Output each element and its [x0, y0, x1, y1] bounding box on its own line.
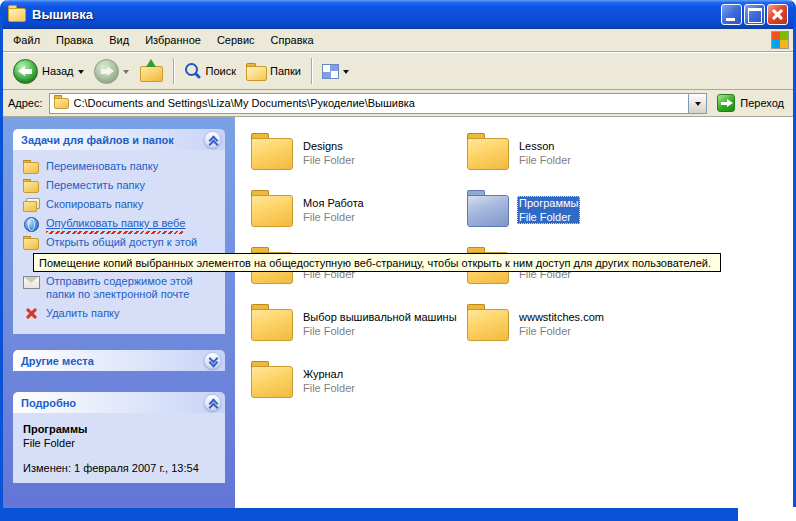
tasks-panel-header[interactable]: Задачи для файлов и папок [13, 129, 225, 150]
forward-button[interactable] [89, 56, 134, 87]
file-list-area: Designs File Folder Lesson File Folder М… [235, 117, 793, 508]
file-text: Выбор вышивальной машины File Folder [301, 310, 459, 338]
details-name: Программы [23, 423, 221, 435]
menu-item-favorites[interactable]: Избранное [137, 31, 209, 49]
details-panel-title: Подробно [21, 397, 76, 409]
file-type: File Folder [517, 210, 580, 224]
window-content: Задачи для файлов и папок Переименовать … [3, 117, 793, 508]
toolbar-separator [173, 58, 174, 84]
file-list: Designs File Folder Lesson File Folder М… [251, 133, 683, 418]
file-type: File Folder [517, 324, 606, 338]
go-label: Переход [740, 97, 784, 109]
views-button[interactable] [317, 61, 354, 82]
explorer-window: Вышивка Файл Правка Вид Избранное Сервис… [0, 0, 796, 521]
search-button[interactable]: Поиск [179, 59, 241, 83]
file-type: File Folder [301, 153, 357, 167]
search-label: Поиск [206, 65, 236, 77]
task-email-folder[interactable]: Отправить содержимое этой папки по элект… [23, 275, 221, 301]
file-name: Программы [517, 196, 580, 210]
file-text: Программы File Folder [517, 196, 580, 224]
title-bar[interactable]: Вышивка [3, 0, 793, 29]
task-rename-folder[interactable]: Переименовать папку [23, 160, 221, 173]
back-button[interactable]: Назад [8, 56, 89, 87]
menu-item-tools[interactable]: Сервис [209, 31, 263, 49]
task-label: Опубликовать папку в вебе [46, 217, 185, 230]
forward-arrow-icon [94, 59, 119, 84]
menu-item-file[interactable]: Файл [5, 31, 48, 49]
file-item[interactable]: Lesson File Folder [467, 133, 683, 190]
task-move-folder[interactable]: Переместить папку [23, 179, 221, 192]
task-label: Переместить папку [46, 179, 145, 192]
details-panel-body: Программы File Folder Изменен: 1 февраля… [13, 413, 225, 483]
task-publish-folder[interactable]: Опубликовать папку в вебе [23, 217, 221, 230]
forward-dropdown-icon[interactable] [123, 70, 129, 77]
chevron-up-icon[interactable] [204, 131, 221, 148]
task-copy-folder[interactable]: Скопировать папку [23, 198, 221, 211]
file-name: Designs [301, 139, 357, 153]
details-type: File Folder [23, 437, 221, 449]
publish-web-icon [23, 217, 39, 230]
search-icon [184, 62, 202, 80]
menu-item-help[interactable]: Справка [263, 31, 322, 49]
file-item[interactable]: Моя Работа File Folder [251, 190, 467, 247]
file-type: File Folder [301, 381, 357, 395]
file-item[interactable]: Designs File Folder [251, 133, 467, 190]
file-item[interactable]: wwwstitches.com File Folder [467, 304, 683, 361]
up-folder-icon [139, 60, 163, 82]
menu-item-edit[interactable]: Правка [48, 31, 101, 49]
windows-logo-icon [771, 31, 789, 49]
task-label: Удалить папку [46, 307, 120, 320]
folders-icon [246, 63, 266, 79]
minimize-button[interactable] [721, 4, 742, 25]
move-folder-icon [23, 179, 39, 192]
other-places-panel: Другие места [13, 350, 225, 371]
other-places-panel-header[interactable]: Другие места [13, 350, 225, 371]
file-type: File Folder [517, 153, 573, 167]
chevron-up-icon[interactable] [204, 394, 221, 411]
task-share-folder[interactable]: Открыть общий доступ к этой [23, 236, 221, 249]
chevron-down-icon[interactable] [204, 352, 221, 369]
back-label: Назад [42, 65, 74, 77]
file-name: wwwstitches.com [517, 310, 606, 324]
details-panel: Подробно Программы File Folder Изменен: … [13, 392, 225, 483]
address-label: Адрес: [8, 97, 43, 109]
task-delete-folder[interactable]: Удалить папку [23, 307, 221, 320]
task-label: Скопировать папку [46, 198, 143, 211]
file-name: Журнал [301, 367, 357, 381]
folder-icon [467, 195, 509, 227]
up-button[interactable] [134, 57, 168, 85]
task-pane: Задачи для файлов и папок Переименовать … [3, 117, 235, 508]
file-name: Моя Работа [301, 196, 366, 210]
address-input[interactable]: C:\Documents and Settings\Liza\My Docume… [49, 93, 708, 114]
share-folder-icon [23, 236, 39, 249]
email-icon [23, 275, 39, 288]
task-label: Переименовать папку [46, 160, 158, 173]
details-panel-header[interactable]: Подробно [13, 392, 225, 413]
back-dropdown-icon[interactable] [78, 70, 84, 77]
back-arrow-icon [13, 59, 38, 84]
folder-icon [251, 366, 293, 398]
file-item-selected[interactable]: Программы File Folder [467, 190, 683, 247]
address-bar: Адрес: C:\Documents and Settings\Liza\My… [3, 90, 793, 117]
file-name: Lesson [517, 139, 573, 153]
rename-folder-icon [23, 160, 39, 173]
file-item[interactable]: Журнал File Folder [251, 361, 467, 418]
task-label: Открыть общий доступ к этой [46, 236, 197, 249]
menu-item-view[interactable]: Вид [101, 31, 137, 49]
file-text: Моя Работа File Folder [301, 196, 366, 224]
go-arrow-icon [717, 94, 735, 112]
views-dropdown-icon[interactable] [343, 70, 349, 77]
file-text: Lesson File Folder [517, 139, 573, 167]
folders-button[interactable]: Папки [241, 60, 306, 82]
folder-icon [251, 138, 293, 170]
details-modified: Изменен: 1 февраля 2007 г., 13:54 [23, 462, 221, 475]
close-button[interactable] [767, 4, 788, 25]
tooltip: Помещение копий выбранных элементов на о… [33, 253, 721, 272]
views-icon [322, 64, 339, 79]
folder-icon [467, 138, 509, 170]
menu-bar: Файл Правка Вид Избранное Сервис Справка [3, 29, 793, 52]
file-item[interactable]: Выбор вышивальной машины File Folder [251, 304, 467, 361]
go-button[interactable]: Переход [713, 94, 788, 112]
maximize-button[interactable] [744, 4, 765, 25]
address-dropdown-button[interactable] [688, 94, 706, 113]
